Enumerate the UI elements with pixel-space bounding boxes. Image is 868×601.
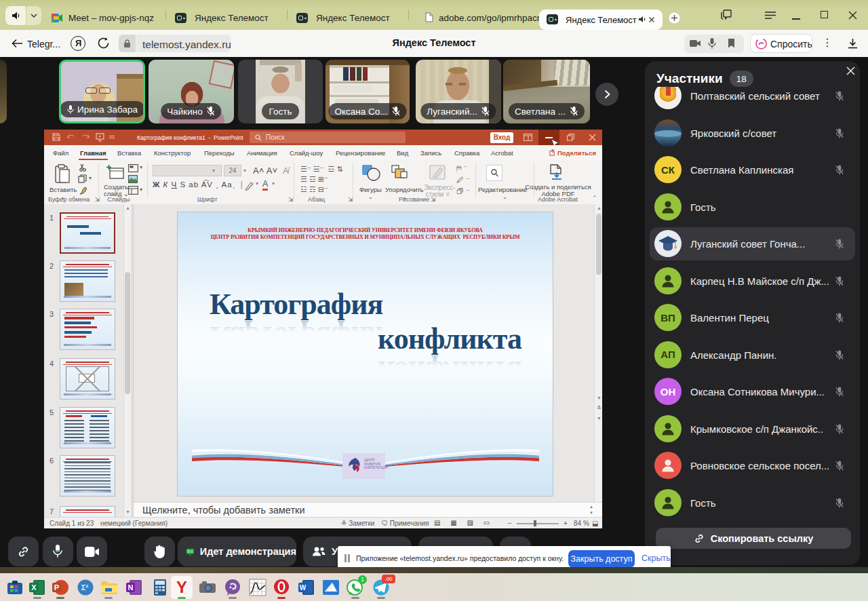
svg-text:W: W [300,584,307,592]
svg-text:N: N [128,583,134,592]
svg-text:Σ²: Σ² [81,583,89,592]
svg-text:P: P [54,583,59,592]
svg-text:Y: Y [176,579,187,596]
svg-text:X: X [31,583,37,592]
